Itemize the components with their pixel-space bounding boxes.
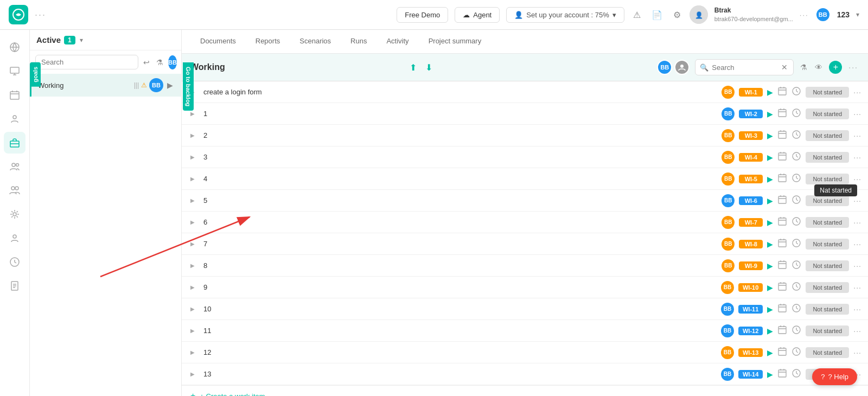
user-count-chevron[interactable]: ▾ [856,11,859,18]
tab-activity[interactable]: Activity [376,30,418,54]
row-calendar-btn[interactable] [777,368,787,380]
backlog-tab[interactable]: Go to backlog [183,62,194,111]
row-calendar-btn[interactable] [777,173,787,184]
row-calendar-btn[interactable] [777,347,787,358]
help-button[interactable]: ? ? Help [812,368,857,385]
row-expand-btn[interactable]: ▶ [188,175,197,183]
row-play-btn[interactable]: ▶ [767,88,773,97]
row-play-btn[interactable]: ▶ [767,196,773,205]
row-calendar-btn[interactable] [777,303,787,315]
sidebar-calendar-btn[interactable] [4,84,25,106]
row-calendar-btn[interactable] [777,282,787,293]
row-calendar-btn[interactable] [777,216,787,228]
sidebar-group-btn[interactable] [4,180,25,201]
row-clock-btn[interactable] [792,173,801,184]
setup-account-button[interactable]: 👤 Set up your account : 75% ▾ [506,7,624,23]
row-calendar-btn[interactable] [777,86,787,98]
row-more-btn[interactable]: ··· [853,88,861,97]
upload-button[interactable]: ⬆ [408,61,418,74]
row-clock-btn[interactable] [792,347,801,358]
working-item-expand-btn[interactable]: ▶ [165,79,175,91]
row-clock-btn[interactable] [792,325,801,336]
row-expand-btn[interactable]: ▶ [188,283,197,291]
row-clock-btn[interactable] [792,260,801,271]
undo-icon-btn[interactable]: ↩ [142,56,151,68]
row-play-btn[interactable]: ▶ [767,348,773,357]
not-started-btn[interactable]: Not started [806,152,849,163]
row-more-btn[interactable]: ··· [853,240,861,248]
row-expand-btn[interactable]: ▶ [188,261,197,270]
tab-scenarios[interactable]: Scenarios [290,30,341,54]
more-options-btn[interactable]: ··· [847,62,859,73]
sidebar-users-btn[interactable] [4,156,25,177]
agent-button[interactable]: ☁ Agent [455,7,500,23]
goals-tab[interactable]: goals [30,62,41,87]
row-more-btn[interactable]: ··· [853,327,861,335]
not-started-btn[interactable]: Not started [806,217,849,228]
not-started-btn[interactable]: Not started [806,347,849,358]
working-search-input[interactable] [712,63,777,72]
row-clock-btn[interactable] [792,282,801,293]
view-toggle-icon[interactable]: 👁 [814,62,824,73]
row-more-btn[interactable]: ··· [853,153,861,162]
active-chevron-icon[interactable]: ▾ [80,36,83,44]
row-expand-btn[interactable]: ▶ [188,327,197,335]
not-started-btn[interactable]: Not started [806,108,849,119]
row-expand-btn[interactable]: ▶ [188,131,197,139]
app-logo[interactable] [9,5,28,24]
sidebar-clock-btn[interactable] [4,251,25,273]
not-started-btn[interactable]: Not started [806,87,849,98]
row-play-btn[interactable]: ▶ [767,175,773,183]
row-more-btn[interactable]: ··· [853,348,861,357]
docs-icon-button[interactable]: 📄 [649,8,665,22]
row-more-btn[interactable]: ··· [853,283,861,292]
row-more-btn[interactable]: ··· [853,261,861,270]
row-clock-btn[interactable] [792,368,801,380]
search-clear-btn[interactable]: ✕ [780,62,789,73]
row-play-btn[interactable]: ▶ [767,283,773,292]
row-play-btn[interactable]: ▶ [767,305,773,314]
row-calendar-btn[interactable] [777,260,787,271]
row-play-btn[interactable]: ▶ [767,261,773,270]
tab-documents[interactable]: Documents [190,30,246,54]
tab-reports[interactable]: Reports [246,30,290,54]
row-play-btn[interactable]: ▶ [767,218,773,227]
working-item[interactable]: Working ||| ⚠ BB ▶ [30,74,181,97]
row-clock-btn[interactable] [792,216,801,228]
row-clock-btn[interactable] [792,303,801,315]
row-play-btn[interactable]: ▶ [767,131,773,140]
row-clock-btn[interactable] [792,238,801,250]
row-clock-btn[interactable] [792,86,801,98]
settings-icon-button[interactable]: ⚙ [671,8,683,22]
not-started-btn[interactable]: Not started [806,282,849,293]
row-expand-btn[interactable]: ▶ [188,153,197,161]
sidebar-docs-btn[interactable] [4,275,25,297]
row-clock-btn[interactable] [792,108,801,119]
row-more-btn[interactable]: ··· [853,218,861,227]
row-more-btn[interactable]: ··· [853,110,861,118]
row-play-btn[interactable]: ▶ [767,110,773,118]
row-play-btn[interactable]: ▶ [767,153,773,162]
add-work-item-btn[interactable]: + [829,61,842,74]
row-expand-btn[interactable]: ▶ [188,305,197,313]
row-calendar-btn[interactable] [777,195,787,206]
sidebar-user2-btn[interactable] [4,227,25,249]
row-clock-btn[interactable] [792,130,801,141]
row-calendar-btn[interactable] [777,130,787,141]
free-demo-button[interactable]: Free Demo [397,7,448,23]
row-calendar-btn[interactable] [777,325,787,336]
row-play-btn[interactable]: ▶ [767,327,773,335]
row-more-btn[interactable]: ··· [853,196,861,205]
row-expand-btn[interactable]: ▶ [188,218,197,226]
sidebar-person-btn[interactable] [4,108,25,130]
header-more-menu[interactable]: ··· [800,11,809,19]
not-started-btn[interactable]: Not started [806,325,849,336]
row-expand-btn[interactable]: ▶ [188,240,197,248]
row-calendar-btn[interactable] [777,238,787,250]
sidebar-monitor-btn[interactable] [4,60,25,82]
tab-runs[interactable]: Runs [341,30,376,54]
row-more-btn[interactable]: ··· [853,305,861,314]
filter-icon[interactable]: ⚗ [799,62,808,73]
panel-search-input[interactable] [35,55,138,69]
row-more-btn[interactable]: ··· [853,175,861,183]
